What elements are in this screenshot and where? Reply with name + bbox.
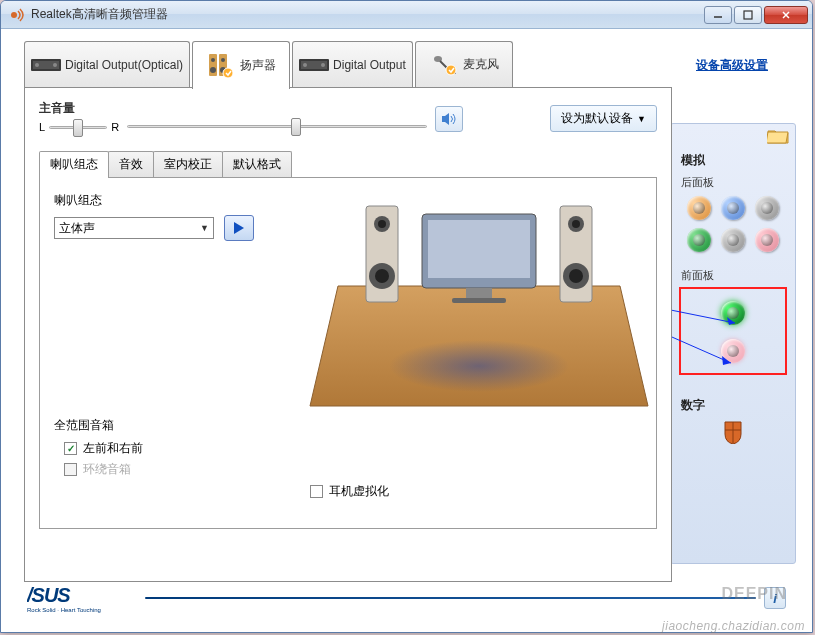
volume-slider[interactable] <box>127 116 427 136</box>
tab-digital-optical[interactable]: Digital Output(Optical) <box>24 41 190 87</box>
subtab-room-correction[interactable]: 室内校正 <box>153 151 223 177</box>
tab-label: Digital Output(Optical) <box>65 58 183 72</box>
svg-point-11 <box>211 58 215 62</box>
main-panel: 主音量 L R 设为默认设备▼ 喇叭组态 音效 室内校正 默认格式 <box>24 87 672 582</box>
balance-slider[interactable] <box>49 117 107 137</box>
chevron-down-icon: ▼ <box>637 114 646 124</box>
fullrange-surround-checkbox: 环绕音箱 <box>64 461 143 478</box>
tab-label: 麦克风 <box>463 56 499 73</box>
jack-rear-gray[interactable] <box>755 196 779 220</box>
close-button[interactable] <box>764 6 808 24</box>
content-area: Digital Output(Optical) 扬声器 Digital Outp… <box>9 35 804 624</box>
svg-point-0 <box>11 12 17 18</box>
svg-rect-36 <box>428 220 530 278</box>
svg-text:/SUS: /SUS <box>27 584 71 606</box>
tab-label: 扬声器 <box>240 57 276 74</box>
sim-section-label: 模拟 <box>681 152 789 169</box>
svg-point-34 <box>569 269 583 283</box>
subtab-effects[interactable]: 音效 <box>108 151 154 177</box>
svg-point-15 <box>223 68 233 78</box>
balance-right-label: R <box>111 121 119 133</box>
svg-point-22 <box>446 65 456 75</box>
svg-point-12 <box>210 67 216 73</box>
svg-point-29 <box>375 269 389 283</box>
folder-icon[interactable] <box>767 128 789 144</box>
watermark-deepin: DEEPIN <box>721 585 787 603</box>
front-panel-label: 前面板 <box>681 268 789 283</box>
app-icon <box>9 7 25 23</box>
maximize-button[interactable] <box>734 6 762 24</box>
amplifier-icon <box>31 53 61 77</box>
fullrange-header: 全范围音箱 <box>54 417 143 434</box>
footer: /SUS Rock Solid · Heart Touching i <box>27 582 786 614</box>
svg-point-24 <box>389 340 569 392</box>
speaker-diagram <box>308 186 650 426</box>
svg-rect-37 <box>466 288 492 298</box>
rear-panel-label: 后面板 <box>681 175 789 190</box>
main-volume-label: 主音量 <box>39 100 119 117</box>
svg-rect-2 <box>744 11 752 19</box>
tab-speakers[interactable]: 扬声器 <box>192 41 290 89</box>
jack-rear-gray2[interactable] <box>721 228 745 252</box>
jack-rear-pink[interactable] <box>755 228 779 252</box>
microphone-icon <box>429 53 459 77</box>
jack-rear-green[interactable] <box>687 228 711 252</box>
rear-jacks <box>677 196 789 252</box>
mute-button[interactable] <box>435 106 463 132</box>
app-window: Realtek高清晰音频管理器 Digital Output(Optical) … <box>0 0 813 633</box>
asus-logo: /SUS Rock Solid · Heart Touching <box>27 582 137 614</box>
svg-rect-38 <box>452 298 506 303</box>
speakers-icon <box>206 54 236 78</box>
fullrange-group: 全范围音箱 ✓左前和右前 环绕音箱 <box>54 417 143 482</box>
svg-point-13 <box>221 58 225 62</box>
svg-marker-42 <box>727 317 735 325</box>
window-title: Realtek高清晰音频管理器 <box>31 6 704 23</box>
balance-left-label: L <box>39 121 45 133</box>
speaker-config-combo[interactable]: 立体声 <box>54 217 214 239</box>
jack-rear-blue[interactable] <box>721 196 745 220</box>
subtab-group: 喇叭组态 音效 室内校正 默认格式 喇叭组态 立体声 <box>39 151 657 529</box>
device-tabs: Digital Output(Optical) 扬声器 Digital Outp… <box>24 41 513 89</box>
svg-point-8 <box>53 63 57 67</box>
svg-marker-44 <box>722 356 731 365</box>
advanced-settings-link[interactable]: 设备高级设置 <box>696 57 768 74</box>
subtab-panel: 喇叭组态 立体声 <box>39 177 657 529</box>
svg-point-27 <box>378 220 386 228</box>
fullrange-front-checkbox[interactable]: ✓左前和右前 <box>64 440 143 457</box>
digital-shield-icon[interactable] <box>723 420 743 444</box>
amplifier-icon <box>299 53 329 77</box>
watermark-url: jiaocheng.chazidian.com <box>662 619 805 633</box>
jack-rear-orange[interactable] <box>687 196 711 220</box>
svg-point-7 <box>35 63 39 67</box>
svg-point-19 <box>321 63 325 67</box>
tab-microphone[interactable]: 麦克风 <box>415 41 513 87</box>
tab-label: Digital Output <box>333 58 406 72</box>
headphone-virtualization-checkbox[interactable]: 耳机虚拟化 <box>310 483 389 500</box>
svg-point-32 <box>572 220 580 228</box>
minimize-button[interactable] <box>704 6 732 24</box>
test-play-button[interactable] <box>224 215 254 241</box>
tab-digital-output[interactable]: Digital Output <box>292 41 413 87</box>
svg-text:Rock Solid · Heart Touching: Rock Solid · Heart Touching <box>27 607 101 613</box>
digital-section-label: 数字 <box>681 397 789 414</box>
subtab-default-format[interactable]: 默认格式 <box>222 151 292 177</box>
set-default-button[interactable]: 设为默认设备▼ <box>550 105 657 132</box>
titlebar[interactable]: Realtek高清晰音频管理器 <box>1 1 812 29</box>
svg-point-18 <box>303 63 307 67</box>
volume-row: 主音量 L R 设为默认设备▼ <box>39 100 657 137</box>
subtab-speaker-config[interactable]: 喇叭组态 <box>39 151 109 177</box>
